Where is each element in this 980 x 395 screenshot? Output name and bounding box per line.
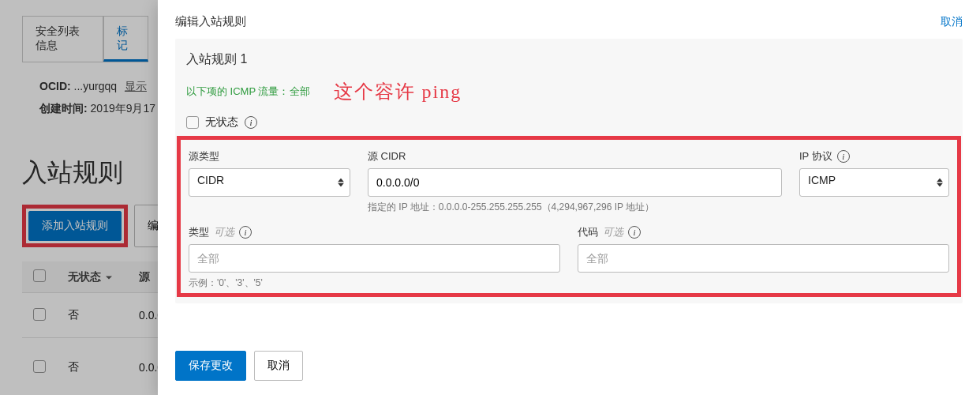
info-icon[interactable]: i [239,226,252,239]
ip-protocol-select[interactable]: ICMP [799,168,949,197]
icmp-type-input[interactable] [189,244,560,273]
info-icon[interactable]: i [628,226,641,239]
stateless-checkbox[interactable] [186,116,199,129]
annotation-row: 以下项的 ICMP 流量：全部 这个容许 ping [186,79,952,104]
info-icon[interactable]: i [837,150,850,163]
annotation-allow-ping: 这个容许 ping [334,79,462,104]
edit-ingress-rule-modal: 编辑入站规则 取消 入站规则 1 以下项的 ICMP 流量：全部 这个容许 pi… [158,0,980,395]
annotation-highlight-frame: 源类型 CIDR 源 CIDR 指定的 IP 地址：0.0.0.0-255 [177,136,961,297]
icmp-traffic-summary: 以下项的 ICMP 流量：全部 [186,85,310,99]
source-cidr-label: 源 CIDR [368,149,782,164]
type-label: 类型 可选 i [189,225,560,239]
source-type-select[interactable]: CIDR [189,168,350,197]
cidr-hint: 指定的 IP 地址：0.0.0.0-255.255.255.255（4,294,… [368,201,782,214]
modal-title: 编辑入站规则 [175,14,246,29]
modal-cancel-link[interactable]: 取消 [941,15,963,29]
code-label: 代码 可选 i [578,225,949,239]
ip-protocol-label: IP 协议 i [799,149,949,164]
rule-block: 入站规则 1 以下项的 ICMP 流量：全部 这个容许 ping 无状态 i 源… [175,39,963,303]
stateless-label: 无状态 [205,115,238,130]
modal-body: 入站规则 1 以下项的 ICMP 流量：全部 这个容许 ping 无状态 i 源… [158,39,980,340]
stateless-row: 无状态 i [186,112,952,136]
cancel-button[interactable]: 取消 [254,351,303,381]
modal-header: 编辑入站规则 取消 [158,0,980,39]
source-cidr-input[interactable] [368,168,782,197]
save-button[interactable]: 保存更改 [175,351,246,381]
form-row-1: 源类型 CIDR 源 CIDR 指定的 IP 地址：0.0.0.0-255 [189,149,949,214]
info-icon[interactable]: i [245,116,257,129]
icmp-code-input[interactable] [578,244,949,273]
form-row-2: 类型 可选 i 示例：'0'、'3'、'5' 代码 可选 i [189,225,949,290]
type-hint: 示例：'0'、'3'、'5' [189,276,560,290]
source-type-label: 源类型 [189,149,350,164]
modal-footer: 保存更改 取消 [158,340,980,395]
rule-heading: 入站规则 1 [186,51,952,68]
